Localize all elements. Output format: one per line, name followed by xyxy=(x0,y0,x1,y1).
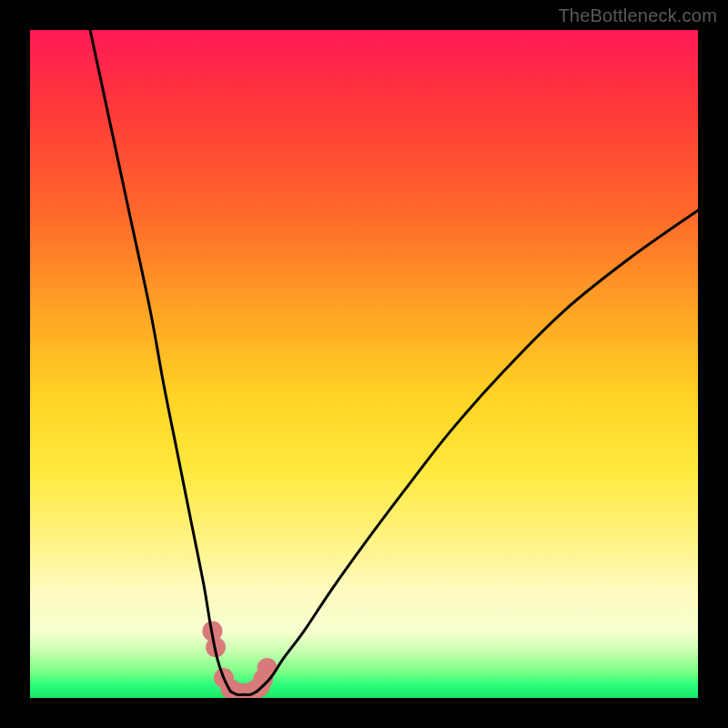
curve-left-branch xyxy=(90,30,230,692)
curve-right-branch xyxy=(258,210,698,691)
chart-svg xyxy=(30,30,698,698)
marker-layer xyxy=(202,622,277,698)
outer-frame: TheBottleneck.com xyxy=(0,0,728,728)
curve-layer xyxy=(90,30,698,695)
plot-area xyxy=(30,30,698,698)
watermark-text: TheBottleneck.com xyxy=(558,5,717,26)
